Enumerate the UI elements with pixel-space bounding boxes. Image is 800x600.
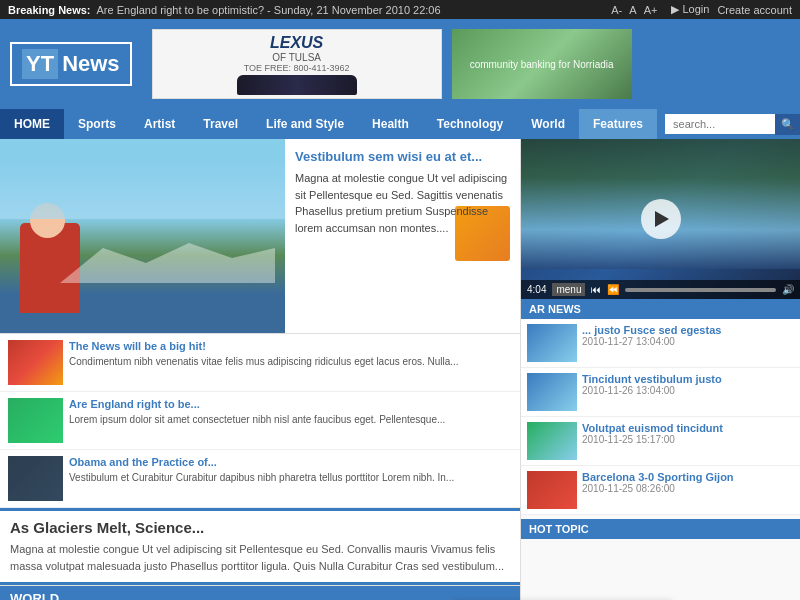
ar-item-date-0: 2010-11-27 13:04:00 <box>582 336 794 347</box>
ar-item-title-3[interactable]: Barcelona 3-0 Sporting Gijon <box>582 471 794 483</box>
news-thumb-1 <box>8 340 63 385</box>
hero-section: Vestibulum sem wisi eu at et... Magna at… <box>0 139 520 334</box>
lexus-logo: LEXUS <box>270 34 323 52</box>
nav-item-health[interactable]: Health <box>358 109 423 139</box>
ar-thumb-1 <box>527 373 577 411</box>
news-item-2: Are England right to be... Lorem ipsum d… <box>0 392 520 450</box>
header-ads: LEXUS OF TULSA TOE FREE: 800-411-3962 co… <box>152 29 790 99</box>
ar-item-title-0[interactable]: ... justo Fusce sed egestas <box>582 324 794 336</box>
nav-item-features[interactable]: Features <box>579 109 657 139</box>
ar-item-text-3: Barcelona 3-0 Sporting Gijon 2010-11-25 … <box>582 471 794 509</box>
hot-topics-section: HOT TOPIC <box>521 519 800 539</box>
ar-news-item-3: Barcelona 3-0 Sporting Gijon 2010-11-25 … <box>521 466 800 515</box>
create-account-link[interactable]: Create account <box>717 4 792 16</box>
video-player: 4:04 menu ⏮ ⏪ 🔊 <box>521 139 800 299</box>
font-normal[interactable]: A <box>629 4 636 16</box>
ad-photo-text: community banking for Norriadia <box>470 59 614 70</box>
news-item-text-3: Obama and the Practice of... Vestibulum … <box>69 456 512 501</box>
header: YT News LEXUS OF TULSA TOE FREE: 800-411… <box>0 19 800 109</box>
nav-search-area: 🔍 <box>657 109 800 139</box>
video-rewind-btn[interactable]: ⏪ <box>607 284 619 295</box>
logo-news: News <box>62 51 119 77</box>
nav-item-life-style[interactable]: Life and Style <box>252 109 358 139</box>
news-item-text-2: Are England right to be... Lorem ipsum d… <box>69 398 512 443</box>
search-button[interactable]: 🔍 <box>775 114 800 135</box>
ar-item-title-1[interactable]: Tincidunt vestibulum justo <box>582 373 794 385</box>
ar-thumb-3 <box>527 471 577 509</box>
hero-text-area: Vestibulum sem wisi eu at et... Magna at… <box>285 139 520 333</box>
ar-item-text-1: Tincidunt vestibulum justo 2010-11-26 13… <box>582 373 794 411</box>
ar-news-header: AR NEWS <box>521 299 800 319</box>
logo-yt: YT <box>22 49 58 79</box>
hero-lower: As Glaciers Melt, Science... Magna at mo… <box>0 511 520 585</box>
news-thumb-3 <box>8 456 63 501</box>
nav-item-artist[interactable]: Artist <box>130 109 189 139</box>
logo: YT News <box>10 42 132 86</box>
nav-item-home[interactable]: HOME <box>0 109 64 139</box>
ar-item-title-2[interactable]: Volutpat euismod tincidunt <box>582 422 794 434</box>
ar-item-date-3: 2010-11-25 08:26:00 <box>582 483 794 494</box>
volume-bar[interactable] <box>625 288 776 292</box>
search-input[interactable] <box>665 114 775 134</box>
ar-item-date-1: 2010-11-26 13:04:00 <box>582 385 794 396</box>
hero-lower-text: Magna at molestie congue Ut vel adipisci… <box>10 541 510 574</box>
left-column: Vestibulum sem wisi eu at et... Magna at… <box>0 139 520 600</box>
news-item-title-1[interactable]: The News will be a big hit! <box>69 340 512 352</box>
ar-item-text-0: ... justo Fusce sed egestas 2010-11-27 1… <box>582 324 794 362</box>
font-plus[interactable]: A+ <box>644 4 658 16</box>
video-prev-btn[interactable]: ⏮ <box>591 284 601 295</box>
play-button[interactable] <box>641 199 681 239</box>
news-items-row: The News will be a big hit! Condimentum … <box>0 334 520 511</box>
nav-item-technology[interactable]: Technology <box>423 109 517 139</box>
nav-item-sports[interactable]: Sports <box>64 109 130 139</box>
news-thumb-2 <box>8 398 63 443</box>
font-controls: A- A A+ <box>609 4 659 16</box>
news-item-3: Obama and the Practice of... Vestibulum … <box>0 450 520 508</box>
ar-thumb-2 <box>527 422 577 460</box>
world-section: WORLD As Glaciers Melt, Science Seeks...… <box>0 585 520 600</box>
navigation: HOME Sports Artist Travel Life and Style… <box>0 109 800 139</box>
nav-item-world[interactable]: World <box>517 109 579 139</box>
main-content: Vestibulum sem wisi eu at et... Magna at… <box>0 139 800 600</box>
breaking-text: Are England right to be optimistic? - Su… <box>97 4 610 16</box>
ar-news-item-0: ... justo Fusce sed egestas 2010-11-27 1… <box>521 319 800 368</box>
hero-lower-title[interactable]: As Glaciers Melt, Science... <box>10 519 510 536</box>
world-header: WORLD <box>0 586 520 600</box>
news-item-title-2[interactable]: Are England right to be... <box>69 398 512 410</box>
hot-topics-header: HOT TOPIC <box>521 519 800 539</box>
volume-icon: 🔊 <box>782 284 794 295</box>
news-item-body-1: Condimentum nibh venenatis vitae felis m… <box>69 355 512 369</box>
ar-news-item-1: Tincidunt vestibulum justo 2010-11-26 13… <box>521 368 800 417</box>
ad-photo: community banking for Norriadia <box>452 29 632 99</box>
hero-image <box>0 139 285 333</box>
news-item-text-1: The News will be a big hit! Condimentum … <box>69 340 512 385</box>
news-item-body-2: Lorem ipsum dolor sit amet consectetuer … <box>69 413 512 427</box>
ar-item-text-2: Volutpat euismod tincidunt 2010-11-25 15… <box>582 422 794 460</box>
sky-bg <box>0 159 285 219</box>
lexus-sub: OF TULSA <box>272 52 321 63</box>
news-item-body-3: Vestibulum et Curabitur Curabitur dapibu… <box>69 471 512 485</box>
breaking-label: Breaking News: <box>8 4 91 16</box>
right-column: 4:04 menu ⏮ ⏪ 🔊 AR NEWS ... justo Fusce … <box>520 139 800 600</box>
login-link[interactable]: ▶ Login <box>671 3 709 16</box>
ar-news-item-2: Volutpat euismod tincidunt 2010-11-25 15… <box>521 417 800 466</box>
mountains <box>60 233 275 283</box>
ar-item-date-2: 2010-11-25 15:17:00 <box>582 434 794 445</box>
ar-news-section: AR NEWS ... justo Fusce sed egestas 2010… <box>521 299 800 515</box>
video-controls: 4:04 menu ⏮ ⏪ 🔊 <box>521 280 800 299</box>
font-minus[interactable]: A- <box>611 4 622 16</box>
lexus-phone: TOE FREE: 800-411-3962 <box>244 63 350 73</box>
nav-item-travel[interactable]: Travel <box>189 109 252 139</box>
ad-lexus: LEXUS OF TULSA TOE FREE: 800-411-3962 <box>152 29 442 99</box>
hero-person <box>20 223 80 313</box>
ar-thumb-0 <box>527 324 577 362</box>
breaking-news-bar: Breaking News: Are England right to be o… <box>0 0 800 19</box>
news-item-1: The News will be a big hit! Condimentum … <box>0 334 520 392</box>
video-menu-btn[interactable]: menu <box>552 283 585 296</box>
video-time: 4:04 <box>527 284 546 295</box>
news-item-title-3[interactable]: Obama and the Practice of... <box>69 456 512 468</box>
hero-article-title[interactable]: Vestibulum sem wisi eu at et... <box>295 149 510 164</box>
car-image <box>237 75 357 95</box>
